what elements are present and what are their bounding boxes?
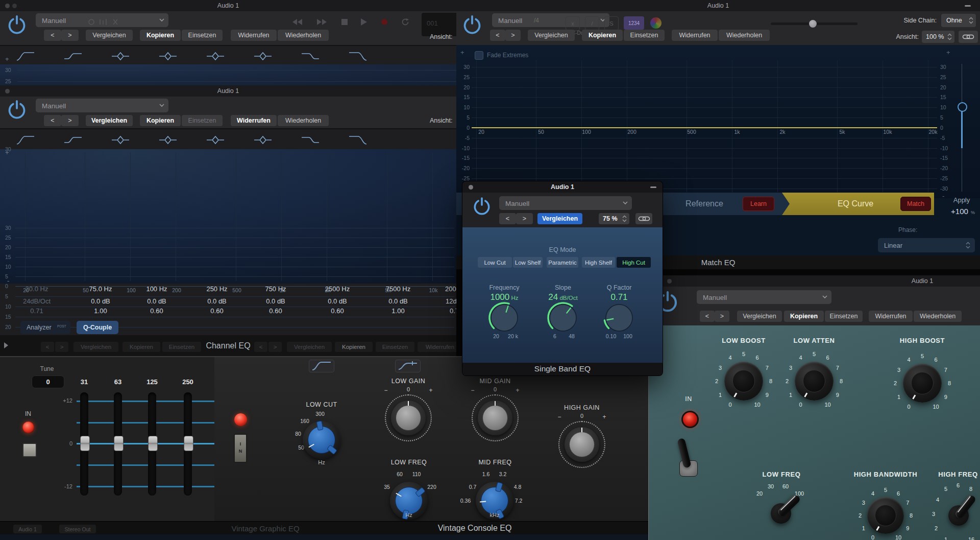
- band-lowshelf-icon[interactable]: [63, 51, 83, 62]
- band-frequency-value[interactable]: 75.0 Hz: [89, 285, 112, 293]
- mode-button-parametric[interactable]: Parametric: [547, 257, 578, 268]
- phase-dropdown[interactable]: Linear: [878, 238, 975, 252]
- in-toggle-button[interactable]: [22, 443, 37, 457]
- winB-button-kopieren[interactable]: Kopieren: [140, 115, 181, 126]
- link-icon[interactable]: [962, 33, 974, 41]
- band-q-value[interactable]: 0.71: [30, 307, 43, 315]
- band-frequency-value[interactable]: 2500 Hz: [325, 285, 350, 293]
- zoom-minus-right[interactable]: -: [942, 192, 944, 200]
- record-icon[interactable]: [381, 18, 388, 26]
- band-bell-icon[interactable]: [206, 51, 225, 62]
- play-icon[interactable]: [360, 18, 367, 26]
- eq-graph-top[interactable]: 3025: [0, 64, 456, 85]
- power-button-icon[interactable]: [462, 15, 482, 37]
- band-gain-value[interactable]: 0.0 dB: [328, 297, 347, 305]
- low-freq-lever-knob[interactable]: [761, 493, 801, 534]
- winA-button-next[interactable]: >: [61, 30, 79, 41]
- mode-button-high-cut[interactable]: High Cut: [617, 257, 651, 268]
- gain-knob-0[interactable]: [385, 394, 432, 441]
- side-chain-dropdown[interactable]: Ohne: [941, 14, 976, 27]
- winA-button-prev[interactable]: <: [44, 30, 61, 41]
- lowcut-curve-button[interactable]: [309, 360, 334, 372]
- zoom-minus-label[interactable]: -: [7, 277, 9, 285]
- winA-button-widerrufen[interactable]: Widerrufen: [231, 30, 277, 41]
- match-button[interactable]: Match: [900, 197, 931, 211]
- match-button-next[interactable]: >: [505, 30, 521, 41]
- winB-button-vergleichen[interactable]: Vergleichen: [86, 115, 133, 126]
- stepper-icon[interactable]: [969, 17, 973, 24]
- forward-icon[interactable]: [316, 18, 328, 26]
- close-button[interactable]: [667, 279, 672, 284]
- tube-button-prev[interactable]: <: [700, 311, 715, 322]
- compare-button[interactable]: Vergleichen: [537, 213, 582, 224]
- winB-button-einsetzen[interactable]: Einsetzen: [182, 115, 223, 126]
- band-q-value[interactable]: 1.00: [94, 307, 107, 315]
- winB-button-wiederholen[interactable]: Wiederholen: [278, 115, 329, 126]
- match-button-wiederholen[interactable]: Wiederholen: [719, 30, 770, 41]
- band-frequency-value[interactable]: 7500 Hz: [386, 285, 410, 293]
- band-bell-icon[interactable]: [111, 134, 130, 146]
- band-lowcut-icon[interactable]: [16, 134, 35, 146]
- band-frequency-value[interactable]: 250 Hz: [206, 285, 227, 293]
- tune-value-box[interactable]: 0: [32, 375, 64, 388]
- power-button-icon[interactable]: [7, 100, 27, 122]
- percent-stepper[interactable]: 75 %: [599, 213, 629, 224]
- power-button-icon[interactable]: [7, 15, 27, 37]
- mode-button-low-shelf[interactable]: Low Shelf: [513, 257, 543, 268]
- close-button[interactable]: [5, 4, 10, 8]
- band-lowshelf-icon[interactable]: [63, 134, 83, 146]
- match-button-einsetzen[interactable]: Einsetzen: [624, 30, 665, 41]
- winA-button-einsetzen[interactable]: Einsetzen: [182, 30, 223, 41]
- rewind-icon[interactable]: [292, 18, 303, 26]
- minimize-button[interactable]: [965, 5, 971, 7]
- power-button-icon[interactable]: [473, 197, 491, 218]
- knob-slope[interactable]: [547, 301, 579, 334]
- knob-frequency[interactable]: [488, 301, 521, 334]
- gain-knob-2[interactable]: [558, 421, 605, 468]
- zoom-plus-left[interactable]: +: [460, 49, 464, 56]
- band-highshelf-icon[interactable]: [301, 134, 320, 146]
- band-q-value[interactable]: 0.60: [150, 307, 163, 315]
- disclosure-triangle-icon[interactable]: [4, 342, 8, 348]
- window-titlebar[interactable]: Audio 1: [456, 0, 980, 11]
- band-frequency-value[interactable]: 20.0 Hz: [26, 285, 48, 293]
- single-nav-prev[interactable]: <: [499, 213, 516, 224]
- band-highshelf-icon[interactable]: [301, 51, 320, 62]
- band-highcut-icon[interactable]: [348, 51, 368, 62]
- in-toggle-switch[interactable]: [678, 457, 698, 477]
- high-boost-knob[interactable]: [903, 364, 942, 403]
- low-cut-knob[interactable]: [303, 421, 340, 459]
- band-gain-value[interactable]: 0.0 dB: [388, 297, 408, 305]
- winB-button-next[interactable]: >: [61, 115, 79, 126]
- winB-button-widerrufen[interactable]: Widerrufen: [231, 115, 277, 126]
- single-nav-next[interactable]: >: [516, 213, 533, 224]
- band-bell-icon[interactable]: [253, 51, 273, 62]
- gain-slider-handle[interactable]: [958, 102, 967, 112]
- band-q-value[interactable]: 0.60: [210, 307, 223, 315]
- winB-button-prev[interactable]: <: [44, 115, 61, 126]
- eq-graph[interactable]: 3025201510505101520253020501002005001k2k…: [0, 149, 456, 284]
- preset-dropdown[interactable]: Manuell: [697, 290, 831, 304]
- footer-tab[interactable]: Stereo Out: [59, 525, 96, 533]
- winA-button-vergleichen[interactable]: Vergleichen: [86, 30, 133, 41]
- band-q-value[interactable]: 0.60: [269, 307, 282, 315]
- minimize-button[interactable]: [12, 4, 17, 8]
- stepper-icon[interactable]: [947, 33, 952, 40]
- fader-handle[interactable]: [114, 436, 124, 451]
- band-q-value[interactable]: 0.7: [450, 307, 456, 315]
- header-slider-thumb[interactable]: [809, 20, 817, 28]
- zoom-plus-label[interactable]: +: [5, 55, 9, 63]
- footer-tab[interactable]: Audio 1: [13, 525, 42, 533]
- match-button-kopieren[interactable]: Kopieren: [582, 30, 623, 41]
- band-highcut-icon[interactable]: [348, 134, 368, 146]
- band-gain-value[interactable]: 0.0 dB: [266, 297, 285, 305]
- band-gain-value[interactable]: 0.0 dB: [147, 297, 166, 305]
- match-button-widerrufen[interactable]: Widerrufen: [672, 30, 718, 41]
- stepper-icon[interactable]: [966, 242, 970, 249]
- cycle-icon[interactable]: [401, 18, 409, 26]
- fader-handle[interactable]: [80, 436, 90, 451]
- preset-dropdown[interactable]: Manuell: [499, 196, 632, 210]
- band-bell-icon[interactable]: [158, 134, 178, 146]
- minimize-button[interactable]: [650, 186, 656, 188]
- tube-button-einsetzen[interactable]: Einsetzen: [825, 311, 863, 322]
